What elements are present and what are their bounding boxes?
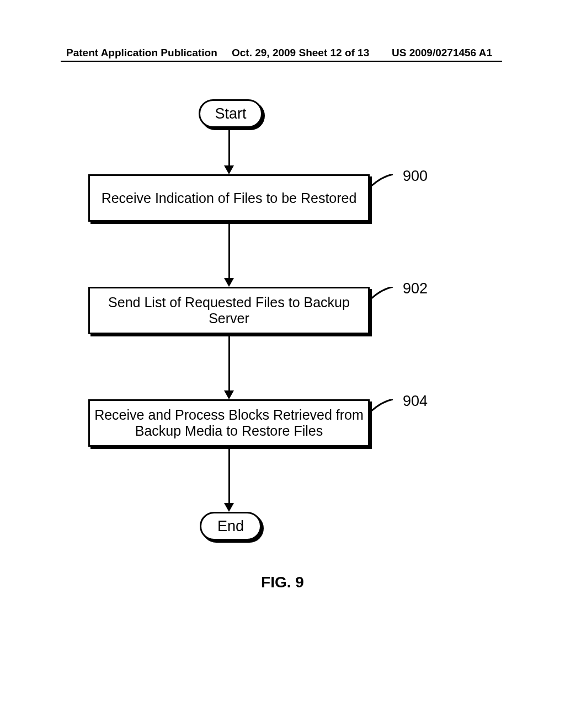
process-904: Receive and Process Blocks Retrieved fro… <box>88 399 370 447</box>
start-terminator: Start <box>199 99 263 128</box>
end-terminator: End <box>200 512 262 540</box>
arrowhead-icon <box>224 165 234 174</box>
ref-904: 904 <box>403 393 428 410</box>
ref-900: 900 <box>403 168 428 185</box>
leader-904 <box>371 399 404 421</box>
arrowhead-icon <box>224 278 234 287</box>
end-label: End <box>217 518 244 534</box>
figure-caption: FIG. 9 <box>0 574 565 591</box>
connector-904-to-end <box>228 449 230 504</box>
connector-start-to-900 <box>228 128 230 167</box>
process-904-text: Receive and Process Blocks Retrieved fro… <box>94 407 364 439</box>
ref-902: 902 <box>403 280 428 297</box>
process-902: Send List of Requested Files to Backup S… <box>88 287 370 334</box>
arrowhead-icon <box>224 390 234 399</box>
process-900: Receive Indication of Files to be Restor… <box>88 174 370 222</box>
connector-902-to-904 <box>228 336 230 392</box>
page: Patent Application Publication Oct. 29, … <box>0 0 565 728</box>
leader-900 <box>371 174 404 196</box>
process-902-text: Send List of Requested Files to Backup S… <box>94 295 364 326</box>
connector-900-to-902 <box>228 224 230 279</box>
start-label: Start <box>215 105 246 122</box>
arrowhead-icon <box>224 503 234 512</box>
flowchart: Start Receive Indication of Files to be … <box>0 0 565 728</box>
figure-caption-text: FIG. 9 <box>261 574 304 591</box>
process-900-text: Receive Indication of Files to be Restor… <box>102 190 357 206</box>
leader-902 <box>371 287 404 309</box>
